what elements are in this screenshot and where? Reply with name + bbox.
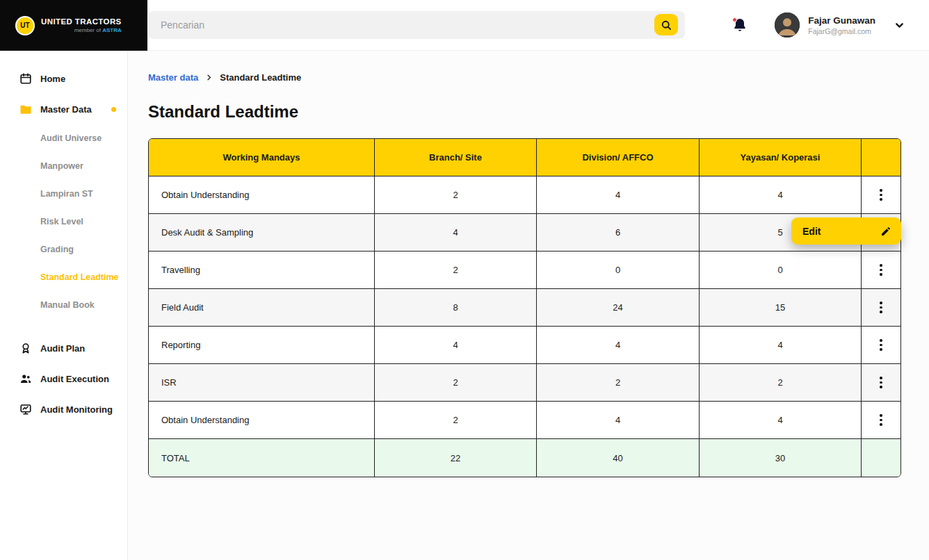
sidebar-item-audit-monitoring[interactable]: Audit Monitoring: [0, 394, 127, 425]
row-label: Field Audit: [149, 289, 375, 327]
notification-bell-icon[interactable]: [732, 17, 748, 33]
row-label: Obtain Understanding: [149, 176, 375, 214]
body-row: HomeMaster DataAudit UniverseManpowerLam…: [0, 51, 929, 560]
brand-subtitle: member of ASTRA: [41, 27, 122, 33]
total-action-cell: [862, 439, 900, 477]
table-total-row: TOTAL224030: [149, 439, 900, 477]
sidebar-item-master-data[interactable]: Master Data: [0, 94, 127, 124]
row-actions-kebab-button[interactable]: [875, 297, 887, 318]
user-email: FajarG@gmail.com: [808, 27, 875, 35]
people-icon: [19, 372, 32, 385]
row-actions-kebab-button[interactable]: [875, 335, 887, 355]
app-root: UT UNITED TRACTORS member of ASTRA: [0, 0, 929, 560]
row-label: Reporting: [149, 327, 375, 364]
sidebar-subitem-risk-level[interactable]: Risk Level: [0, 208, 127, 236]
row-value: 8: [375, 289, 537, 327]
row-value: 6: [537, 214, 700, 252]
sidebar-group-gap: [0, 319, 127, 333]
row-actions-kebab-button[interactable]: [875, 372, 887, 393]
table-row: Reporting444: [149, 327, 900, 364]
monitor-icon: [19, 403, 32, 415]
column-header: Division/ AFFCO: [537, 139, 700, 176]
total-value: 30: [700, 439, 862, 477]
row-actions-kebab-button[interactable]: [875, 260, 887, 280]
row-value: 4: [537, 176, 700, 214]
avatar[interactable]: [775, 13, 800, 38]
row-value: 2: [700, 364, 862, 402]
row-action-cell: [862, 402, 900, 439]
united-tractors-logo-icon: UT: [15, 16, 35, 35]
row-action-cell: [862, 289, 900, 327]
table-row: Obtain Understanding244: [149, 402, 900, 439]
table-row: ISR222: [149, 364, 900, 402]
row-value: 2: [375, 176, 537, 214]
row-value: 24: [537, 289, 700, 327]
sidebar-subitem-audit-universe[interactable]: Audit Universe: [0, 124, 127, 152]
sidebar-subitem-grading[interactable]: Grading: [0, 236, 127, 263]
breadcrumb: Master data Standard Leadtime: [148, 72, 901, 83]
brand-name: UNITED TRACTORS: [41, 17, 122, 26]
user-name: Fajar Gunawan: [808, 15, 875, 26]
sidebar-subitem-standard-leadtime[interactable]: Standard Leadtime: [0, 263, 127, 291]
sidebar-item-audit-plan[interactable]: Audit Plan: [0, 333, 127, 363]
edit-pencil-icon: [880, 226, 891, 237]
row-value: 2: [537, 364, 700, 402]
row-label: Travelling: [149, 252, 375, 289]
total-label: TOTAL: [149, 439, 375, 477]
topbar-main: Fajar Gunawan FajarG@gmail.com: [147, 0, 929, 50]
member-of-text: member of: [74, 27, 101, 33]
row-actions-kebab-button[interactable]: [875, 185, 887, 205]
search-icon: [660, 19, 672, 31]
page-title: Standard Leadtime: [148, 102, 901, 122]
medal-icon: [19, 342, 32, 354]
topbar-right: Fajar Gunawan FajarG@gmail.com: [732, 13, 929, 38]
sidebar-item-audit-execution[interactable]: Audit Execution: [0, 363, 127, 394]
astra-brand-text: ASTRA: [102, 27, 122, 33]
row-value: 4: [537, 327, 700, 364]
row-label: ISR: [149, 364, 375, 402]
row-value: 4: [700, 327, 862, 364]
table-row: Field Audit82415: [149, 289, 900, 327]
sidebar-subitem-lampiran-st[interactable]: Lampiran ST: [0, 180, 127, 208]
edit-context-menu[interactable]: Edit: [791, 217, 901, 245]
leadtime-table: Working MandaysBranch/ SiteDivision/ AFF…: [148, 138, 901, 477]
sidebar-item-label: Master Data: [40, 104, 92, 115]
search-input[interactable]: [148, 11, 685, 39]
search-button[interactable]: [654, 14, 678, 35]
breadcrumb-separator-icon: [205, 74, 213, 81]
row-action-cell: [862, 176, 900, 214]
row-value: 15: [700, 289, 862, 327]
row-value: 4: [700, 402, 862, 439]
chevron-down-icon[interactable]: [894, 19, 905, 31]
row-value: 4: [375, 214, 537, 252]
active-indicator-dot: [111, 107, 116, 112]
sidebar-item-label: Home: [40, 74, 65, 84]
breadcrumb-master-data-link[interactable]: Master data: [148, 72, 198, 83]
row-value: 2: [375, 252, 537, 289]
user-menu[interactable]: Fajar Gunawan FajarG@gmail.com: [775, 13, 905, 38]
breadcrumb-current: Standard Leadtime: [220, 72, 301, 83]
sidebar-item-label: Audit Plan: [40, 343, 85, 354]
row-value: 4: [700, 176, 862, 214]
main-content: Master data Standard Leadtime Standard L…: [128, 51, 929, 560]
sidebar-subitem-manual-book[interactable]: Manual Book: [0, 291, 127, 319]
brand-logo[interactable]: UT UNITED TRACTORS member of ASTRA: [0, 0, 147, 51]
topbar: UT UNITED TRACTORS member of ASTRA: [0, 0, 929, 51]
row-value: 4: [537, 402, 700, 439]
sidebar: HomeMaster DataAudit UniverseManpowerLam…: [0, 51, 128, 560]
calendar-icon: [19, 72, 32, 85]
column-header: Working Mandays: [149, 139, 375, 176]
row-actions-kebab-button[interactable]: [875, 410, 887, 430]
row-value: 4: [375, 327, 537, 364]
total-value: 40: [537, 439, 700, 477]
row-label: Obtain Understanding: [149, 402, 375, 439]
row-action-cell: [862, 364, 900, 402]
edit-menu-item[interactable]: Edit: [802, 226, 821, 237]
column-header: [862, 139, 900, 176]
sidebar-item-home[interactable]: Home: [0, 63, 127, 94]
sidebar-subitem-manpower[interactable]: Manpower: [0, 152, 127, 180]
search-bar: [148, 11, 685, 39]
row-action-cell: [862, 327, 900, 364]
table-row: Desk Audit & Sampling465: [149, 214, 900, 252]
sidebar-item-label: Audit Monitoring: [40, 404, 113, 415]
